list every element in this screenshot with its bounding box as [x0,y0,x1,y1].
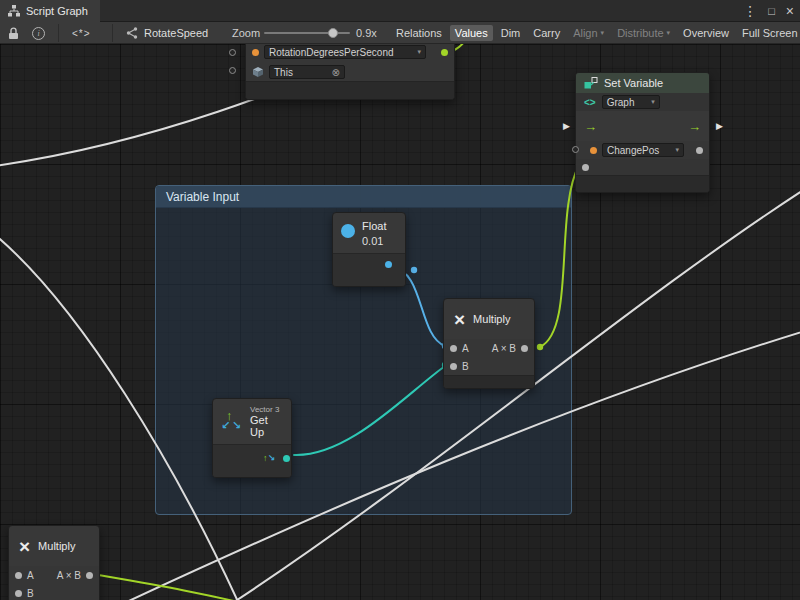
script-graph-window: Script Graph ⋮ □ × i <*> [0,0,800,600]
graph-canvas[interactable]: Variable Input [0,44,800,600]
info-icon[interactable]: i [32,22,45,44]
chevron-down-icon: ▾ [670,146,679,154]
values-button[interactable]: Values [450,25,493,41]
toolbar-buttons: Relations Values Dim Carry Align ▾ Distr… [391,22,800,44]
output-port[interactable] [86,572,93,579]
node-title: Float [362,220,386,232]
multiply-icon: × [19,537,30,556]
node-footer [576,175,709,192]
node-get-variable[interactable]: RotationDegreesPerSecond ▾ This ⊗ [245,44,455,100]
variable-name-dot [590,147,597,154]
variable-name-dot [252,49,259,56]
graph-variable-icon: <> [584,97,596,108]
tab-label: Script Graph [26,5,88,17]
graph-breadcrumb[interactable]: RotateSpeed [126,22,208,44]
multiply-icon: × [454,310,465,329]
set-variable-icon [584,77,598,89]
input-port-b[interactable] [15,590,22,597]
variable-kind-dropdown[interactable]: Graph ▾ [602,95,660,109]
input-port[interactable] [572,146,579,153]
tab-script-graph[interactable]: Script Graph [0,0,100,22]
value-flow-arrow-icon: → [688,119,701,134]
zoom-value: 0.9x [356,22,377,44]
node-set-variable[interactable]: Set Variable <> Graph ▾ ▶ → → ▶ ChangePo… [575,72,710,193]
node-title: Multiply [38,540,75,552]
wire-teal-getup-to-multiply-b [294,366,445,455]
input-port-a[interactable] [450,345,457,352]
wire-green-multiply-to-setvariable [540,165,579,347]
overview-button[interactable]: Overview [678,25,734,41]
wire-endpoint [537,344,543,350]
output-port[interactable] [521,345,528,352]
wire-flow-4 [228,187,800,600]
variable-name-dropdown[interactable]: ChangePos ▾ [602,143,684,157]
node-type-label: Vector 3 [250,405,283,414]
flow-output-port[interactable]: ▶ [716,121,723,131]
vector3-axes-icon: ↑ ↙ ↘ [221,410,243,434]
wire-endpoint [411,267,417,273]
carry-button[interactable]: Carry [528,25,565,41]
code-view-icon[interactable]: <*> [72,22,91,44]
input-port-b[interactable] [450,363,457,370]
chevron-down-icon: ▾ [646,98,655,106]
input-port[interactable] [229,67,236,74]
chevron-down-icon: ▾ [412,48,421,56]
toolbar-separator [112,24,113,42]
node-multiply-2[interactable]: × Multiply A A × B B [8,525,100,600]
value-flow-arrow-icon: → [584,119,597,134]
output-port[interactable] [696,147,703,154]
toolbar-separator [58,24,59,42]
titlebar: Script Graph ⋮ □ × [0,0,800,22]
full-screen-button[interactable]: Full Screen [737,25,800,41]
toolbar: i <*> RotateSpeed Zoom 0.9x Relations Va… [0,22,800,44]
float-type-icon [341,224,355,238]
maximize-icon[interactable]: □ [768,6,775,17]
chevron-down-icon: ▾ [667,29,671,37]
input-port-a[interactable] [15,572,22,579]
close-icon[interactable]: × [786,4,794,18]
float-value-field[interactable]: 0.01 [362,235,386,247]
node-get-up[interactable]: ↑ ↙ ↘ Vector 3 Get Up ↑↘ [212,398,292,478]
distribute-button[interactable]: Distribute ▾ [612,25,675,41]
relations-button[interactable]: Relations [391,25,447,41]
output-port[interactable] [441,49,448,56]
output-port[interactable] [283,455,290,462]
output-port[interactable] [385,261,392,268]
flow-input-port[interactable]: ▶ [563,121,570,131]
zoom-label: Zoom [232,22,260,44]
node-title: Multiply [473,313,510,325]
node-title: Get Up [250,414,283,438]
value-input-port[interactable] [582,164,589,171]
graph-name: RotateSpeed [144,27,208,39]
node-float[interactable]: Float 0.01 [332,212,406,287]
graph-breadcrumb-icon [126,27,138,39]
script-graph-icon [8,5,20,17]
vector3-mini-icon: ↑↘ [263,451,275,463]
input-port[interactable] [229,49,236,56]
chevron-down-icon: ▾ [601,29,605,37]
menu-icon[interactable]: ⋮ [743,4,757,18]
node-multiply[interactable]: × Multiply A A × B B [443,298,535,389]
align-button[interactable]: Align ▾ [568,25,609,41]
variable-name-dropdown[interactable]: RotationDegreesPerSecond ▾ [264,45,426,59]
lock-icon[interactable] [8,22,19,44]
node-title: Set Variable [604,77,663,89]
target-field[interactable]: This ⊗ [269,65,345,79]
window-controls: ⋮ □ × [743,0,794,22]
node-footer [246,81,454,99]
gameobject-cube-icon [252,66,264,78]
dim-button[interactable]: Dim [496,25,526,41]
remove-target-icon[interactable]: ⊗ [332,67,340,78]
node-footer [444,375,534,388]
zoom-slider-handle[interactable] [328,28,338,38]
